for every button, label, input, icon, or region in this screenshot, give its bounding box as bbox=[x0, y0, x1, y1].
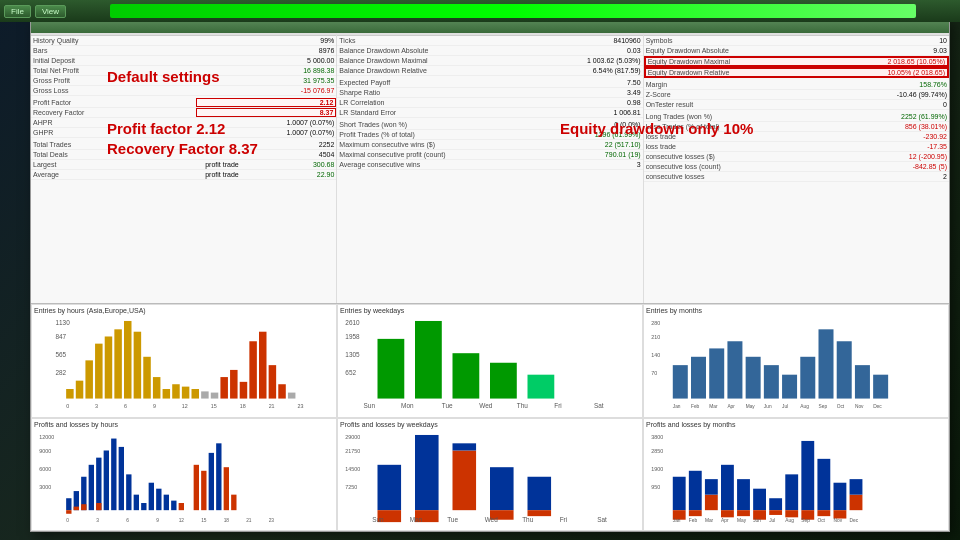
pnl-hours-svg: 12000 9000 6000 3000 bbox=[34, 429, 334, 525]
svg-rect-5 bbox=[76, 381, 84, 399]
svg-rect-149 bbox=[705, 494, 718, 510]
max-consec-wins-row: Maximum consecutive wins ($) 22 (517.10) bbox=[337, 140, 642, 150]
svg-text:12: 12 bbox=[179, 516, 185, 522]
short-trades-row: Short Trades (won %) 0 (0.0%) bbox=[337, 120, 642, 130]
lr-std-value: 1 006.81 bbox=[504, 109, 643, 116]
svg-rect-7 bbox=[95, 344, 103, 399]
svg-text:14500: 14500 bbox=[345, 465, 360, 471]
bars-value: 8976 bbox=[197, 47, 336, 54]
svg-text:15: 15 bbox=[211, 403, 217, 409]
metrics-col-right: Symbols 10 Equity Drawdown Absolute 9.03… bbox=[644, 33, 949, 303]
ontester-label: OnTester result bbox=[644, 101, 810, 108]
initial-deposit-value: 5 000.00 bbox=[197, 57, 336, 64]
svg-rect-57 bbox=[673, 365, 688, 398]
svg-rect-154 bbox=[737, 510, 750, 516]
window-content: History Quality 99% Bars 8976 Initial De… bbox=[31, 33, 949, 531]
ahpr-value: 1.0007 (0.07%) bbox=[197, 119, 336, 126]
total-trades-row: Total Trades 2252 bbox=[31, 140, 336, 150]
taskbar-button-2[interactable]: View bbox=[35, 5, 66, 18]
svg-rect-110 bbox=[231, 494, 236, 510]
gross-loss-label: Gross Loss bbox=[31, 87, 197, 94]
svg-text:Nov: Nov bbox=[834, 516, 843, 522]
gross-profit-row: Gross Profit 31 975.35 bbox=[31, 76, 336, 86]
taskbar-progress-bar bbox=[110, 4, 916, 18]
svg-rect-109 bbox=[224, 467, 229, 510]
ghpr-value: 1.0007 (0.07%) bbox=[197, 129, 336, 136]
svg-rect-163 bbox=[817, 458, 830, 509]
svg-text:Apr: Apr bbox=[721, 516, 729, 522]
svg-rect-157 bbox=[769, 498, 782, 510]
eq-dd-abs-row: Equity Drawdown Absolute 9.03 bbox=[644, 46, 949, 56]
svg-text:Oct: Oct bbox=[837, 403, 845, 409]
margin-row: Margin 158.76% bbox=[644, 80, 949, 90]
svg-rect-168 bbox=[850, 479, 863, 495]
svg-rect-124 bbox=[378, 464, 402, 509]
svg-text:140: 140 bbox=[651, 352, 660, 358]
eq-dd-max-value: 2 018.65 (10.05%) bbox=[810, 58, 947, 65]
loss-trades-row: Loss Trades (% of total) 856 (38.01%) bbox=[644, 122, 949, 132]
svg-rect-18 bbox=[201, 391, 209, 398]
max-consec-profit-label: Maximal consecutive profit (count) bbox=[337, 151, 503, 158]
long-trades-row: Long Trades (won %) 2252 (61.99%) bbox=[644, 112, 949, 122]
max-consec-profit-row: Maximal consecutive profit (count) 790.0… bbox=[337, 150, 642, 160]
expected-payoff-label: Expected Payoff bbox=[337, 79, 503, 86]
bal-dd-max-label: Balance Drawdown Maximal bbox=[337, 57, 503, 64]
lr-corr-label: LR Correlation bbox=[337, 99, 503, 106]
avg-consec-losses-label: consecutive losses bbox=[644, 173, 810, 180]
svg-text:Mon: Mon bbox=[401, 402, 414, 409]
symbols-value: 10 bbox=[810, 37, 949, 44]
total-deals-row: Total Deals 4504 bbox=[31, 150, 336, 160]
svg-text:6: 6 bbox=[124, 403, 127, 409]
svg-text:6000: 6000 bbox=[39, 465, 51, 471]
bal-dd-max-value: 1 003.62 (5.03%) bbox=[504, 57, 643, 64]
svg-rect-90 bbox=[104, 450, 109, 510]
svg-text:Oct: Oct bbox=[817, 516, 825, 522]
svg-text:May: May bbox=[737, 516, 747, 522]
svg-text:7250: 7250 bbox=[345, 483, 357, 489]
chart-entries-months-title: Entries by months bbox=[646, 307, 946, 314]
largest-profit-sub: profit trade bbox=[145, 161, 241, 168]
bal-dd-abs-label: Balance Drawdown Absolute bbox=[337, 47, 503, 54]
svg-text:9: 9 bbox=[153, 403, 156, 409]
average-label: Average bbox=[31, 171, 145, 178]
avg-loss-label: loss trade bbox=[644, 143, 810, 150]
ticks-value: 8410960 bbox=[504, 37, 643, 44]
svg-rect-14 bbox=[163, 389, 171, 399]
svg-rect-85 bbox=[66, 498, 71, 510]
charts-area: Entries by hours (Asia,Europe,USA) 1130 … bbox=[31, 303, 949, 531]
svg-text:9: 9 bbox=[156, 516, 159, 522]
taskbar-button[interactable]: File bbox=[4, 5, 31, 18]
sharpe-value: 3.49 bbox=[504, 89, 643, 96]
svg-rect-15 bbox=[172, 384, 180, 398]
svg-text:Sep: Sep bbox=[801, 516, 810, 522]
svg-text:Sat: Sat bbox=[597, 515, 607, 522]
z-score-value: -10.46 (99.74%) bbox=[810, 91, 949, 98]
svg-text:21: 21 bbox=[246, 516, 252, 522]
net-profit-row: Total Net Profit 16 898.38 bbox=[31, 66, 336, 76]
svg-rect-13 bbox=[153, 377, 161, 398]
chart-pnl-hours: Profits and losses by hours 12000 9000 6… bbox=[31, 418, 337, 532]
svg-rect-107 bbox=[209, 452, 214, 509]
max-consec-loss-value: -842.85 (5) bbox=[810, 163, 949, 170]
avg-consec-losses-value: 2 bbox=[810, 173, 949, 180]
lr-std-label: LR Standard Error bbox=[337, 109, 503, 116]
eq-dd-abs-value: 9.03 bbox=[810, 47, 949, 54]
svg-text:3: 3 bbox=[95, 403, 98, 409]
svg-text:Jul: Jul bbox=[782, 403, 788, 409]
average-profit-row: Average profit trade 22.90 bbox=[31, 170, 336, 180]
svg-rect-65 bbox=[819, 329, 834, 398]
lr-std-row: LR Standard Error 1 006.81 bbox=[337, 108, 642, 118]
bal-dd-abs-value: 0.03 bbox=[504, 47, 643, 54]
bal-drawdown-rel-row: Balance Drawdown Relative 6.54% (817.59) bbox=[337, 66, 642, 76]
expected-payoff-row: Expected Payoff 7.50 bbox=[337, 78, 642, 88]
largest-label: Largest bbox=[31, 161, 145, 168]
svg-rect-68 bbox=[873, 375, 888, 399]
svg-text:1900: 1900 bbox=[651, 465, 663, 471]
svg-text:21: 21 bbox=[269, 403, 275, 409]
svg-text:Wed: Wed bbox=[479, 402, 492, 409]
max-consec-losses-label: consecutive losses ($) bbox=[644, 153, 810, 160]
svg-text:Mar: Mar bbox=[705, 516, 714, 522]
eq-dd-rel-label: Equity Drawdown Relative bbox=[646, 69, 810, 76]
net-profit-value: 16 898.38 bbox=[197, 67, 336, 74]
bal-dd-rel-value: 6.54% (817.59) bbox=[504, 67, 643, 74]
